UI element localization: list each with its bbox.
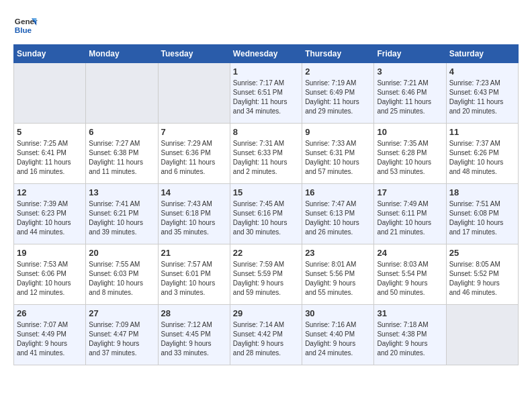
week-row-5: 26Sunrise: 7:07 AM Sunset: 4:49 PM Dayli… [14, 305, 519, 365]
week-row-3: 12Sunrise: 7:39 AM Sunset: 6:23 PM Dayli… [14, 184, 519, 244]
day-cell: 28Sunrise: 7:12 AM Sunset: 4:45 PM Dayli… [158, 305, 230, 365]
day-cell [86, 63, 158, 124]
week-row-1: 1Sunrise: 7:17 AM Sunset: 6:51 PM Daylig… [14, 63, 519, 124]
day-number: 5 [17, 127, 83, 137]
day-number: 25 [449, 248, 515, 258]
header-cell-sunday: Sunday [14, 45, 86, 63]
day-number: 1 [233, 66, 299, 77]
day-cell: 27Sunrise: 7:09 AM Sunset: 4:47 PM Dayli… [86, 305, 158, 365]
day-number: 17 [377, 187, 443, 197]
svg-text:Blue: Blue [15, 26, 32, 34]
day-cell: 20Sunrise: 7:55 AM Sunset: 6:03 PM Dayli… [86, 244, 158, 305]
day-info: Sunrise: 7:57 AM Sunset: 6:01 PM Dayligh… [161, 260, 227, 298]
day-number: 14 [161, 187, 227, 197]
day-info: Sunrise: 7:29 AM Sunset: 6:36 PM Dayligh… [161, 139, 227, 177]
calendar-header: SundayMondayTuesdayWednesdayThursdayFrid… [14, 45, 519, 63]
day-info: Sunrise: 7:41 AM Sunset: 6:21 PM Dayligh… [89, 199, 154, 237]
day-cell: 6Sunrise: 7:27 AM Sunset: 6:38 PM Daylig… [86, 124, 158, 184]
day-info: Sunrise: 7:43 AM Sunset: 6:18 PM Dayligh… [161, 199, 227, 237]
day-info: Sunrise: 7:09 AM Sunset: 4:47 PM Dayligh… [89, 320, 154, 358]
header-cell-wednesday: Wednesday [230, 45, 302, 63]
calendar-body: 1Sunrise: 7:17 AM Sunset: 6:51 PM Daylig… [14, 63, 519, 365]
header-cell-tuesday: Tuesday [158, 45, 230, 63]
day-number: 15 [233, 187, 299, 197]
day-info: Sunrise: 7:19 AM Sunset: 6:49 PM Dayligh… [305, 79, 371, 116]
day-cell: 19Sunrise: 7:53 AM Sunset: 6:06 PM Dayli… [14, 244, 86, 305]
day-info: Sunrise: 7:39 AM Sunset: 6:23 PM Dayligh… [17, 199, 83, 237]
day-info: Sunrise: 7:35 AM Sunset: 6:28 PM Dayligh… [377, 139, 443, 177]
day-number: 29 [233, 308, 299, 318]
day-info: Sunrise: 7:45 AM Sunset: 6:16 PM Dayligh… [233, 199, 299, 237]
day-info: Sunrise: 8:05 AM Sunset: 5:52 PM Dayligh… [449, 260, 515, 298]
day-cell: 30Sunrise: 7:16 AM Sunset: 4:40 PM Dayli… [302, 305, 374, 365]
day-number: 11 [449, 127, 515, 137]
day-cell: 10Sunrise: 7:35 AM Sunset: 6:28 PM Dayli… [374, 124, 446, 184]
day-cell: 18Sunrise: 7:51 AM Sunset: 6:08 PM Dayli… [446, 184, 518, 244]
day-cell: 2Sunrise: 7:19 AM Sunset: 6:49 PM Daylig… [302, 63, 374, 124]
day-cell: 11Sunrise: 7:37 AM Sunset: 6:26 PM Dayli… [446, 124, 518, 184]
day-cell: 3Sunrise: 7:21 AM Sunset: 6:46 PM Daylig… [374, 63, 446, 124]
day-cell: 7Sunrise: 7:29 AM Sunset: 6:36 PM Daylig… [158, 124, 230, 184]
day-number: 8 [233, 127, 299, 137]
day-cell: 26Sunrise: 7:07 AM Sunset: 4:49 PM Dayli… [14, 305, 86, 365]
day-number: 2 [305, 66, 371, 77]
day-cell [14, 63, 86, 124]
day-number: 26 [17, 308, 83, 318]
day-cell: 14Sunrise: 7:43 AM Sunset: 6:18 PM Dayli… [158, 184, 230, 244]
day-info: Sunrise: 7:33 AM Sunset: 6:31 PM Dayligh… [305, 139, 371, 177]
day-info: Sunrise: 7:12 AM Sunset: 4:45 PM Dayligh… [161, 320, 227, 358]
day-info: Sunrise: 7:18 AM Sunset: 4:38 PM Dayligh… [377, 320, 443, 358]
day-info: Sunrise: 7:53 AM Sunset: 6:06 PM Dayligh… [17, 260, 83, 298]
day-info: Sunrise: 7:27 AM Sunset: 6:38 PM Dayligh… [89, 139, 154, 177]
day-cell: 13Sunrise: 7:41 AM Sunset: 6:21 PM Dayli… [86, 184, 158, 244]
day-cell: 31Sunrise: 7:18 AM Sunset: 4:38 PM Dayli… [374, 305, 446, 365]
page-header: General Blue [13, 13, 519, 38]
day-number: 7 [161, 127, 227, 137]
day-info: Sunrise: 7:49 AM Sunset: 6:11 PM Dayligh… [377, 199, 443, 237]
day-cell: 5Sunrise: 7:25 AM Sunset: 6:41 PM Daylig… [14, 124, 86, 184]
week-row-4: 19Sunrise: 7:53 AM Sunset: 6:06 PM Dayli… [14, 244, 519, 305]
day-number: 13 [89, 187, 154, 197]
logo: General Blue [13, 13, 38, 38]
day-cell: 4Sunrise: 7:23 AM Sunset: 6:43 PM Daylig… [446, 63, 518, 124]
day-cell: 17Sunrise: 7:49 AM Sunset: 6:11 PM Dayli… [374, 184, 446, 244]
day-number: 12 [17, 187, 83, 197]
day-info: Sunrise: 7:51 AM Sunset: 6:08 PM Dayligh… [449, 199, 515, 237]
day-cell: 25Sunrise: 8:05 AM Sunset: 5:52 PM Dayli… [446, 244, 518, 305]
day-number: 3 [377, 66, 443, 77]
day-cell: 22Sunrise: 7:59 AM Sunset: 5:59 PM Dayli… [230, 244, 302, 305]
header-cell-saturday: Saturday [446, 45, 518, 63]
day-cell [158, 63, 230, 124]
day-cell: 9Sunrise: 7:33 AM Sunset: 6:31 PM Daylig… [302, 124, 374, 184]
day-number: 31 [377, 308, 443, 318]
header-cell-thursday: Thursday [302, 45, 374, 63]
day-number: 21 [161, 248, 227, 258]
day-info: Sunrise: 7:25 AM Sunset: 6:41 PM Dayligh… [17, 139, 83, 177]
day-cell: 1Sunrise: 7:17 AM Sunset: 6:51 PM Daylig… [230, 63, 302, 124]
day-cell [446, 305, 518, 365]
day-number: 10 [377, 127, 443, 137]
day-cell: 16Sunrise: 7:47 AM Sunset: 6:13 PM Dayli… [302, 184, 374, 244]
header-row: SundayMondayTuesdayWednesdayThursdayFrid… [14, 45, 519, 63]
day-number: 30 [305, 308, 371, 318]
day-number: 24 [377, 248, 443, 258]
week-row-2: 5Sunrise: 7:25 AM Sunset: 6:41 PM Daylig… [14, 124, 519, 184]
day-cell: 8Sunrise: 7:31 AM Sunset: 6:33 PM Daylig… [230, 124, 302, 184]
day-number: 23 [305, 248, 371, 258]
day-info: Sunrise: 8:01 AM Sunset: 5:56 PM Dayligh… [305, 260, 371, 298]
header-cell-friday: Friday [374, 45, 446, 63]
day-cell: 12Sunrise: 7:39 AM Sunset: 6:23 PM Dayli… [14, 184, 86, 244]
day-number: 28 [161, 308, 227, 318]
day-number: 6 [89, 127, 154, 137]
day-number: 9 [305, 127, 371, 137]
day-info: Sunrise: 7:47 AM Sunset: 6:13 PM Dayligh… [305, 199, 371, 237]
day-number: 22 [233, 248, 299, 258]
day-info: Sunrise: 8:03 AM Sunset: 5:54 PM Dayligh… [377, 260, 443, 298]
day-cell: 24Sunrise: 8:03 AM Sunset: 5:54 PM Dayli… [374, 244, 446, 305]
calendar-table: SundayMondayTuesdayWednesdayThursdayFrid… [13, 44, 519, 365]
day-cell: 29Sunrise: 7:14 AM Sunset: 4:42 PM Dayli… [230, 305, 302, 365]
day-info: Sunrise: 7:23 AM Sunset: 6:43 PM Dayligh… [449, 79, 515, 116]
day-info: Sunrise: 7:31 AM Sunset: 6:33 PM Dayligh… [233, 139, 299, 177]
day-info: Sunrise: 7:14 AM Sunset: 4:42 PM Dayligh… [233, 320, 299, 358]
day-number: 19 [17, 248, 83, 258]
